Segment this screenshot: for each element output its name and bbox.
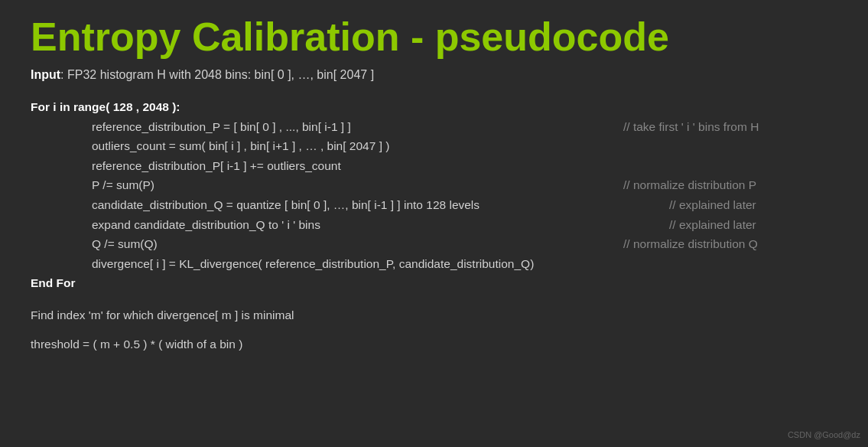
code-content-1: reference_distribution_P = [ bin[ 0 ] , … — [31, 117, 623, 137]
comment-1: // take first ' i ' bins from H — [623, 117, 837, 137]
code-content-4: P /= sum(P) — [31, 175, 623, 195]
comment-6: // explained later — [669, 215, 837, 235]
end-for-line: End For — [31, 273, 837, 293]
code-block: For i in range( 128 , 2048 ): reference_… — [31, 97, 837, 293]
find-line: Find index 'm' for which divergence[ m ]… — [31, 308, 837, 322]
code-row-8: divergence[ i ] = KL_divergence( referen… — [31, 254, 837, 274]
code-content-6: expand candidate_distribution_Q to ' i '… — [31, 215, 669, 235]
code-row-6: expand candidate_distribution_Q to ' i '… — [31, 215, 837, 235]
code-row-5: candidate_distribution_Q = quantize [ bi… — [31, 195, 837, 215]
code-content-2: outliers_count = sum( bin[ i ] , bin[ i+… — [31, 136, 623, 156]
input-label: Input — [31, 68, 60, 81]
comment-4: // normalize distribution P — [623, 175, 837, 195]
code-row-3: reference_distribution_P[ i-1 ] += outli… — [31, 156, 837, 176]
input-text: : FP32 histogram H with 2048 bins: bin[ … — [60, 68, 374, 81]
comment-5: // explained later — [669, 195, 837, 215]
threshold-line: threshold = ( m + 0.5 ) * ( width of a b… — [31, 338, 837, 351]
code-content-3: reference_distribution_P[ i-1 ] += outli… — [31, 156, 623, 176]
for-line: For i in range( 128 , 2048 ): — [31, 97, 837, 117]
watermark: CSDN @Good@dz — [788, 430, 860, 439]
code-content-5: candidate_distribution_Q = quantize [ bi… — [31, 195, 669, 215]
code-content-8: divergence[ i ] = KL_divergence( referen… — [31, 254, 623, 274]
comment-7: // normalize distribution Q — [623, 234, 837, 254]
input-line: Input: FP32 histogram H with 2048 bins: … — [31, 68, 837, 82]
code-content-7: Q /= sum(Q) — [31, 234, 623, 254]
page-title: Entropy Calibration - pseudocode — [31, 15, 837, 59]
code-row-7: Q /= sum(Q) // normalize distribution Q — [31, 234, 837, 254]
main-container: Entropy Calibration - pseudocode Input: … — [0, 0, 868, 447]
code-row-2: outliers_count = sum( bin[ i ] , bin[ i+… — [31, 136, 837, 156]
code-row-1: reference_distribution_P = [ bin[ 0 ] , … — [31, 117, 837, 137]
code-row-4: P /= sum(P) // normalize distribution P — [31, 175, 837, 195]
